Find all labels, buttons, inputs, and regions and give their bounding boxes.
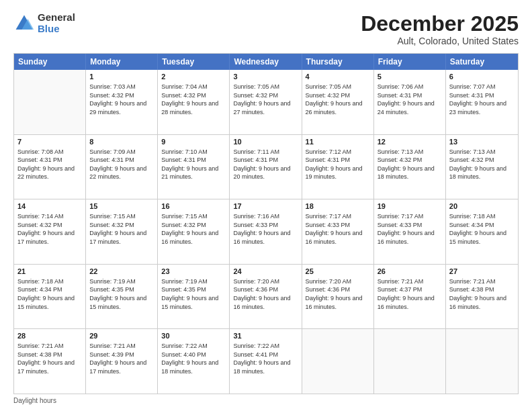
day-number: 13 [449,137,515,147]
calendar-cell-day-10: 10Sunrise: 7:11 AMSunset: 4:31 PMDayligh… [230,135,302,199]
calendar-cell-empty [14,70,86,134]
calendar-cell-day-12: 12Sunrise: 7:13 AMSunset: 4:32 PMDayligh… [374,135,446,199]
day-number: 7 [17,137,82,147]
day-number: 9 [161,137,226,147]
day-number: 14 [17,201,82,212]
day-info: Sunrise: 7:18 AMSunset: 4:34 PMDaylight:… [449,212,515,246]
day-info: Sunrise: 7:12 AMSunset: 4:31 PMDaylight:… [306,148,370,181]
day-number: 17 [233,201,298,212]
calendar-cell-day-14: 14Sunrise: 7:14 AMSunset: 4:32 PMDayligh… [14,199,86,264]
calendar-cell-day-25: 25Sunrise: 7:20 AMSunset: 4:36 PMDayligh… [302,265,374,329]
calendar-cell-day-7: 7Sunrise: 7:08 AMSunset: 4:31 PMDaylight… [14,135,86,199]
calendar-cell-day-22: 22Sunrise: 7:19 AMSunset: 4:35 PMDayligh… [86,265,158,329]
header-day-thursday: Thursday [302,54,374,70]
day-number: 4 [306,72,370,82]
title-block: December 2025 Ault, Colorado, United Sta… [361,12,519,46]
logo-general: General [38,12,75,24]
calendar-cell-day-8: 8Sunrise: 7:09 AMSunset: 4:31 PMDaylight… [86,135,158,199]
calendar-cell-day-24: 24Sunrise: 7:20 AMSunset: 4:36 PMDayligh… [230,265,302,329]
header-day-wednesday: Wednesday [230,54,302,70]
day-info: Sunrise: 7:22 AMSunset: 4:41 PMDaylight:… [233,342,298,375]
day-info: Sunrise: 7:15 AMSunset: 4:32 PMDaylight:… [89,212,154,246]
day-number: 27 [449,267,515,277]
day-info: Sunrise: 7:21 AMSunset: 4:38 PMDaylight:… [449,277,515,311]
day-number: 5 [378,72,442,82]
day-number: 24 [233,267,298,277]
calendar-cell-day-28: 28Sunrise: 7:21 AMSunset: 4:38 PMDayligh… [14,329,86,394]
day-number: 6 [449,72,515,82]
calendar-row-3: 14Sunrise: 7:14 AMSunset: 4:32 PMDayligh… [14,199,518,264]
calendar-cell-day-30: 30Sunrise: 7:22 AMSunset: 4:40 PMDayligh… [158,329,230,394]
day-info: Sunrise: 7:05 AMSunset: 4:32 PMDaylight:… [233,83,298,116]
day-number: 15 [89,201,154,212]
day-info: Sunrise: 7:19 AMSunset: 4:35 PMDaylight:… [89,277,154,311]
header-day-saturday: Saturday [446,54,518,70]
day-number: 31 [233,331,298,341]
day-info: Sunrise: 7:03 AMSunset: 4:32 PMDaylight:… [89,83,154,116]
location-subtitle: Ault, Colorado, United States [361,36,519,46]
calendar-cell-day-16: 16Sunrise: 7:15 AMSunset: 4:32 PMDayligh… [158,199,230,264]
calendar-cell-day-23: 23Sunrise: 7:19 AMSunset: 4:35 PMDayligh… [158,265,230,329]
day-info: Sunrise: 7:06 AMSunset: 4:31 PMDaylight:… [378,83,442,116]
calendar-header: SundayMondayTuesdayWednesdayThursdayFrid… [14,54,518,70]
day-info: Sunrise: 7:13 AMSunset: 4:32 PMDaylight:… [378,148,442,181]
day-info: Sunrise: 7:08 AMSunset: 4:31 PMDaylight:… [17,148,82,181]
day-number: 29 [89,331,154,341]
calendar-body: 1Sunrise: 7:03 AMSunset: 4:32 PMDaylight… [14,70,518,394]
day-info: Sunrise: 7:21 AMSunset: 4:38 PMDaylight:… [17,342,82,375]
day-number: 1 [89,72,154,82]
header-day-friday: Friday [374,54,446,70]
calendar-cell-day-3: 3Sunrise: 7:05 AMSunset: 4:32 PMDaylight… [230,70,302,134]
day-number: 3 [233,72,298,82]
day-number: 23 [161,267,226,277]
header-day-monday: Monday [86,54,158,70]
calendar-cell-day-21: 21Sunrise: 7:18 AMSunset: 4:34 PMDayligh… [14,265,86,329]
calendar-cell-day-5: 5Sunrise: 7:06 AMSunset: 4:31 PMDaylight… [374,70,446,134]
day-info: Sunrise: 7:09 AMSunset: 4:31 PMDaylight:… [89,148,154,181]
day-number: 25 [306,267,370,277]
calendar-cell-day-1: 1Sunrise: 7:03 AMSunset: 4:32 PMDaylight… [86,70,158,134]
calendar-row-5: 28Sunrise: 7:21 AMSunset: 4:38 PMDayligh… [14,328,518,394]
day-number: 20 [449,201,515,212]
day-info: Sunrise: 7:17 AMSunset: 4:33 PMDaylight:… [306,212,370,246]
month-title: December 2025 [361,12,519,36]
day-info: Sunrise: 7:05 AMSunset: 4:32 PMDaylight:… [306,83,370,116]
calendar-cell-day-13: 13Sunrise: 7:13 AMSunset: 4:32 PMDayligh… [446,135,518,199]
day-number: 12 [378,137,442,147]
footer-note: Daylight hours [13,397,519,404]
day-number: 30 [161,331,226,341]
calendar-cell-day-31: 31Sunrise: 7:22 AMSunset: 4:41 PMDayligh… [230,329,302,394]
day-info: Sunrise: 7:21 AMSunset: 4:39 PMDaylight:… [89,342,154,375]
calendar-cell-day-11: 11Sunrise: 7:12 AMSunset: 4:31 PMDayligh… [302,135,374,199]
calendar-row-4: 21Sunrise: 7:18 AMSunset: 4:34 PMDayligh… [14,264,518,329]
day-info: Sunrise: 7:21 AMSunset: 4:37 PMDaylight:… [378,277,442,311]
header: General Blue December 2025 Ault, Colorad… [13,12,519,46]
day-number: 10 [233,137,298,147]
calendar-cell-empty [302,329,374,394]
logo-text: General Blue [38,12,75,34]
calendar-cell-day-19: 19Sunrise: 7:17 AMSunset: 4:33 PMDayligh… [374,199,446,264]
logo-icon [13,13,35,34]
day-info: Sunrise: 7:20 AMSunset: 4:36 PMDaylight:… [233,277,298,311]
calendar-cell-day-15: 15Sunrise: 7:15 AMSunset: 4:32 PMDayligh… [86,199,158,264]
calendar-row-1: 1Sunrise: 7:03 AMSunset: 4:32 PMDaylight… [14,70,518,134]
calendar-cell-day-26: 26Sunrise: 7:21 AMSunset: 4:37 PMDayligh… [374,265,446,329]
day-info: Sunrise: 7:17 AMSunset: 4:33 PMDaylight:… [378,212,442,246]
day-number: 11 [306,137,370,147]
day-number: 19 [378,201,442,212]
day-info: Sunrise: 7:19 AMSunset: 4:35 PMDaylight:… [161,277,226,311]
day-number: 28 [17,331,82,341]
logo-blue: Blue [38,24,75,35]
calendar-cell-day-29: 29Sunrise: 7:21 AMSunset: 4:39 PMDayligh… [86,329,158,394]
calendar: SundayMondayTuesdayWednesdayThursdayFrid… [13,53,519,394]
day-number: 26 [378,267,442,277]
day-info: Sunrise: 7:16 AMSunset: 4:33 PMDaylight:… [233,212,298,246]
calendar-cell-day-4: 4Sunrise: 7:05 AMSunset: 4:32 PMDaylight… [302,70,374,134]
day-info: Sunrise: 7:15 AMSunset: 4:32 PMDaylight:… [161,212,226,246]
day-number: 16 [161,201,226,212]
day-info: Sunrise: 7:18 AMSunset: 4:34 PMDaylight:… [17,277,82,311]
page: General Blue December 2025 Ault, Colorad… [0,0,532,411]
day-info: Sunrise: 7:04 AMSunset: 4:32 PMDaylight:… [161,83,226,116]
calendar-cell-day-27: 27Sunrise: 7:21 AMSunset: 4:38 PMDayligh… [446,265,518,329]
calendar-cell-day-9: 9Sunrise: 7:10 AMSunset: 4:31 PMDaylight… [158,135,230,199]
